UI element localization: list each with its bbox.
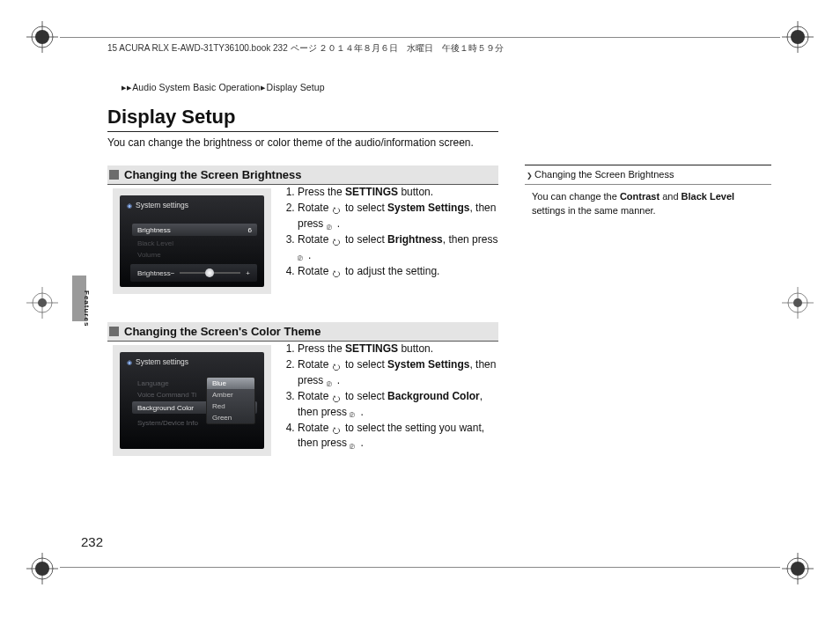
section-heading-label: Changing the Screen's Color Theme	[124, 325, 321, 338]
section-tab-label: Features	[83, 290, 91, 327]
slider-label: Brightness	[137, 269, 171, 277]
section-heading-label: Changing the Screen Brightness	[124, 168, 302, 181]
screen-surface: System settings Brightness 6 Black Level…	[120, 195, 264, 287]
row-label: Volume	[137, 251, 161, 259]
row-label: Background Color	[137, 404, 194, 412]
row-label: Brightness	[137, 226, 171, 234]
sidebar-note: Changing the Screen Brightness You can c…	[525, 165, 771, 217]
row-label: Black Level	[137, 239, 173, 247]
crop-line	[60, 37, 780, 38]
steps-list-color-theme: Press the SETTINGS button.Rotate to sele…	[284, 342, 502, 452]
list-item: Brightness 6	[132, 224, 257, 236]
plus-icon: +	[246, 269, 250, 277]
rotate-dial-icon	[332, 360, 343, 369]
slider-track	[180, 272, 240, 274]
row-label: Voice Command Ti	[137, 391, 196, 399]
menu-item: Amber	[207, 389, 254, 401]
screen-title: System settings	[127, 201, 188, 209]
push-button-icon	[350, 438, 360, 447]
intro-text: You can change the brightness or color t…	[107, 136, 498, 150]
step-item: Rotate to select Brightness, then press …	[298, 232, 502, 263]
page-title: Display Setup	[107, 106, 235, 129]
print-header-text: 15 ACURA RLX E-AWD-31TY36100.book 232 ペー…	[107, 42, 504, 55]
step-item: Rotate to select System Settings, then p…	[298, 357, 502, 388]
menu-item: Blue	[207, 378, 254, 389]
sidebar-heading-label: Changing the Screen Brightness	[534, 168, 674, 181]
step-item: Rotate to adjust the setting.	[298, 264, 502, 279]
breadcrumb-item: Display Setup	[267, 82, 325, 92]
step-item: Rotate to select the setting you want, t…	[298, 421, 502, 452]
section-heading-color-theme: Changing the Screen's Color Theme	[107, 322, 498, 342]
page-number: 232	[81, 534, 103, 549]
chevron-right-icon	[527, 168, 533, 181]
rotate-dial-icon	[332, 392, 343, 401]
sidebar-heading: Changing the Screen Brightness	[525, 165, 771, 185]
text: and	[659, 191, 681, 202]
registration-mark-icon	[782, 287, 814, 319]
step-item: Press the SETTINGS button.	[298, 342, 502, 356]
breadcrumb: Audio System Basic OperationDisplay Setu…	[122, 82, 325, 92]
menu-item: Red	[207, 401, 254, 412]
section-heading-brightness: Changing the Screen Brightness	[107, 165, 498, 185]
list-item: Black Level	[132, 237, 257, 249]
row-label: System/Device Info	[137, 419, 198, 427]
push-button-icon	[327, 219, 337, 228]
menu-item: Green	[207, 412, 254, 423]
row-label: Language	[137, 379, 169, 387]
square-bullet-icon	[109, 170, 119, 180]
rotate-dial-icon	[332, 423, 343, 432]
text: settings in the same manner.	[532, 205, 656, 216]
step-item: Press the SETTINGS button.	[298, 185, 502, 200]
rotate-dial-icon	[332, 203, 343, 212]
sidebar-body: You can change the Contrast and Black Le…	[525, 185, 771, 217]
registration-mark-icon	[26, 287, 58, 319]
step-item: Rotate to select Background Color, then …	[298, 389, 502, 420]
push-button-icon	[350, 407, 360, 415]
registration-mark-icon	[782, 21, 814, 53]
breadcrumb-item: Audio System Basic Operation	[132, 82, 260, 92]
screen-title: System settings	[127, 357, 188, 366]
screen-surface: System settings Language Voice Command T…	[120, 352, 264, 449]
registration-mark-icon	[782, 553, 814, 584]
row-value: 6	[248, 226, 252, 234]
dropdown-menu: Blue Amber Red Green	[206, 377, 255, 424]
divider	[107, 131, 498, 132]
registration-mark-icon	[26, 21, 58, 53]
square-bullet-icon	[109, 327, 119, 336]
slider-widget: Brightness − +	[130, 264, 257, 282]
steps-list-brightness: Press the SETTINGS button.Rotate to sele…	[284, 185, 502, 280]
push-button-icon	[298, 250, 308, 259]
text-bold: Contrast	[620, 191, 659, 202]
screenshot-brightness: System settings Brightness 6 Black Level…	[113, 188, 271, 294]
step-item: Rotate to select System Settings, then p…	[298, 201, 502, 231]
rotate-dial-icon	[332, 267, 343, 276]
list-item: Volume	[132, 248, 257, 261]
minus-icon: −	[171, 269, 175, 277]
screenshot-color-theme: System settings Language Voice Command T…	[113, 345, 271, 456]
registration-mark-icon	[26, 553, 58, 584]
rotate-dial-icon	[332, 235, 343, 244]
text-bold: Black Level	[682, 191, 735, 202]
text: You can change the	[532, 191, 620, 202]
push-button-icon	[327, 376, 337, 385]
crop-line	[60, 567, 780, 568]
